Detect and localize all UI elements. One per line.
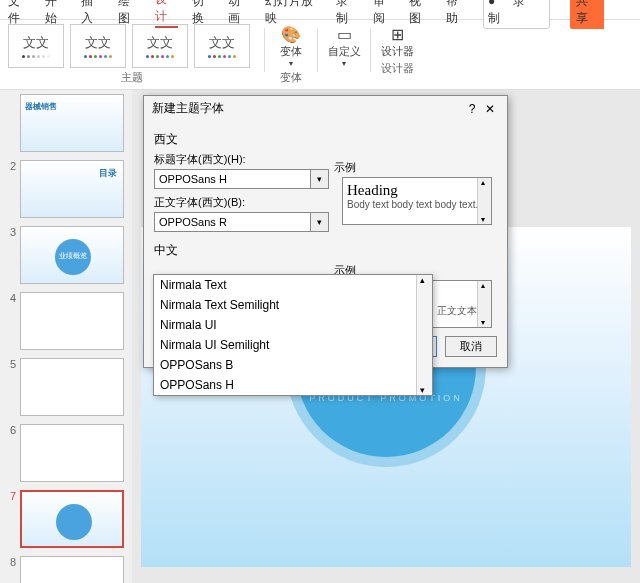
dialog-help-button[interactable]: ?: [463, 102, 481, 116]
body-font-west-label: 正文字体(西文)(B):: [154, 195, 334, 210]
ribbon-label-variant: 变体: [280, 70, 302, 85]
ribbon-group-variants: 🎨变体▾ 变体: [273, 24, 309, 87]
theme-option-1[interactable]: 文文: [8, 24, 64, 68]
ribbon-group-designer: ⊞设计器 设计器: [379, 24, 415, 87]
font-option[interactable]: Nirmala UI: [154, 315, 432, 335]
slide-thumb[interactable]: 器械销售: [0, 94, 132, 152]
dialog-close-button[interactable]: ✕: [481, 102, 499, 116]
slide-thumb[interactable]: 8: [0, 556, 132, 583]
font-option[interactable]: Nirmala Text☁: [154, 275, 432, 295]
chevron-down-icon[interactable]: ▾: [310, 213, 328, 231]
dropdown-scrollbar[interactable]: [416, 275, 432, 395]
slide-thumb[interactable]: 2目录: [0, 160, 132, 218]
sample-scrollbar[interactable]: [477, 281, 491, 327]
menu-review[interactable]: 审阅: [373, 0, 396, 27]
sample-west: Heading Body text body text body text.: [342, 177, 492, 225]
menu-transition[interactable]: 切换: [192, 0, 215, 27]
body-font-west-input[interactable]: [155, 213, 310, 231]
record-button[interactable]: ● 录制: [483, 0, 550, 29]
theme-option-3[interactable]: 文文: [132, 24, 188, 68]
font-option[interactable]: Nirmala UI Semilight: [154, 335, 432, 355]
section-cn: 中文: [154, 242, 497, 259]
cancel-button[interactable]: 取消: [445, 336, 497, 357]
ribbon-designer-button[interactable]: ⊞设计器: [379, 24, 415, 59]
menu-slideshow[interactable]: 幻灯片放映: [265, 0, 322, 27]
ribbon: 文文 文文 文文 文文 主题 🎨变体▾ 变体 ▭自定义▾ ⊞设计器 设计器: [0, 20, 640, 90]
menu-insert[interactable]: 插入: [81, 0, 104, 27]
body-font-west-combo[interactable]: ▾: [154, 212, 329, 232]
slide-thumb[interactable]: 4: [0, 292, 132, 350]
heading-font-west-input[interactable]: [155, 170, 310, 188]
heading-font-west-combo[interactable]: ▾: [154, 169, 329, 189]
slides-panel[interactable]: 器械销售 2目录 3业绩概览 4 5 6 7 8: [0, 90, 132, 583]
menu-record[interactable]: 录制: [336, 0, 359, 27]
theme-option-2[interactable]: 文文: [70, 24, 126, 68]
section-west: 西文: [154, 131, 497, 148]
custom-icon: ▭: [334, 24, 354, 44]
menu-help[interactable]: 帮助: [446, 0, 469, 27]
font-option[interactable]: OPPOSans H: [154, 375, 432, 395]
slide-thumb[interactable]: 6: [0, 424, 132, 482]
sample-label-west: 示例: [334, 160, 492, 175]
menu-view[interactable]: 视图: [409, 0, 432, 27]
designer-icon: ⊞: [387, 24, 407, 44]
ribbon-variant-button[interactable]: 🎨变体▾: [273, 24, 309, 68]
palette-icon: 🎨: [281, 24, 301, 44]
slide-thumb[interactable]: 7: [0, 490, 132, 548]
dialog-titlebar: 新建主题字体 ? ✕: [144, 96, 507, 121]
font-option[interactable]: OPPOSans B: [154, 355, 432, 375]
sample-west-body: Body text body text body text.: [347, 199, 487, 210]
menu-draw[interactable]: 绘图: [118, 0, 141, 27]
ribbon-label-themes: 主题: [121, 70, 143, 85]
dialog-title: 新建主题字体: [152, 100, 463, 117]
heading-font-west-label: 标题字体(西文)(H):: [154, 152, 334, 167]
theme-option-4[interactable]: 文文: [194, 24, 250, 68]
menu-file[interactable]: 文件: [8, 0, 31, 27]
ribbon-custom-button[interactable]: ▭自定义▾: [326, 24, 362, 87]
menu-animation[interactable]: 动画: [228, 0, 251, 27]
slide-thumb[interactable]: 3业绩概览: [0, 226, 132, 284]
ribbon-group-themes: 文文 文文 文文 文文 主题: [8, 24, 256, 87]
font-dropdown-list[interactable]: Nirmala Text☁ Nirmala Text Semilight☁ Ni…: [153, 274, 433, 396]
chevron-down-icon[interactable]: ▾: [310, 170, 328, 188]
menubar: 文件 开始 插入 绘图 设计 切换 动画 幻灯片放映 录制 审阅 视图 帮助 ●…: [0, 0, 640, 20]
sample-scrollbar[interactable]: [477, 178, 491, 224]
sample-west-heading: Heading: [347, 182, 487, 199]
menu-home[interactable]: 开始: [45, 0, 68, 27]
share-button[interactable]: 共享: [570, 0, 604, 29]
ribbon-label-designer: 设计器: [381, 61, 414, 76]
slide-thumb[interactable]: 5: [0, 358, 132, 416]
font-option[interactable]: Nirmala Text Semilight☁: [154, 295, 432, 315]
